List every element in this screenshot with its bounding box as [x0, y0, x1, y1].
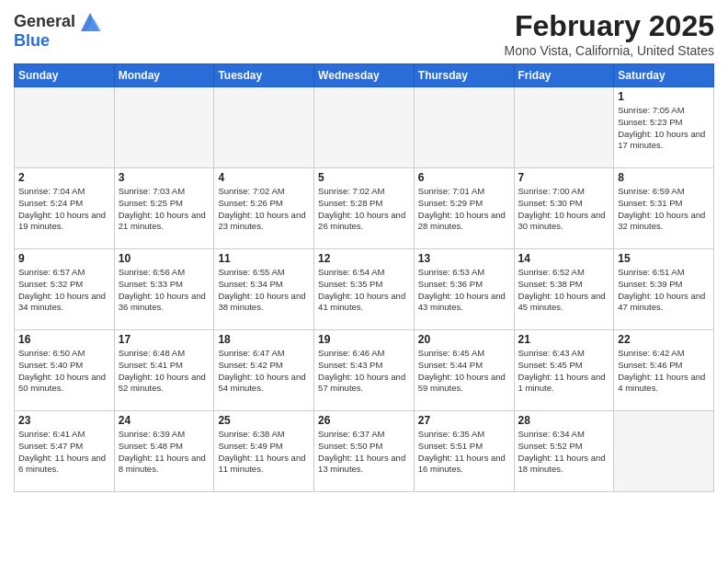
calendar-cell: 24Sunrise: 6:39 AM Sunset: 5:48 PM Dayli…: [114, 411, 214, 492]
day-number: 6: [418, 171, 510, 184]
day-number: 12: [318, 252, 410, 265]
cell-info: Sunrise: 7:02 AM Sunset: 5:28 PM Dayligh…: [318, 186, 410, 233]
cell-info: Sunrise: 6:50 AM Sunset: 5:40 PM Dayligh…: [18, 348, 110, 395]
page: General Blue February 2025 Mono Vista, C…: [0, 0, 728, 563]
cell-info: Sunrise: 6:53 AM Sunset: 5:36 PM Dayligh…: [418, 267, 510, 314]
day-number: 26: [318, 414, 410, 427]
day-number: 22: [618, 333, 710, 346]
calendar-week-3: 9Sunrise: 6:57 AM Sunset: 5:32 PM Daylig…: [15, 249, 714, 330]
calendar-cell: [414, 87, 514, 168]
cell-info: Sunrise: 6:52 AM Sunset: 5:38 PM Dayligh…: [518, 267, 610, 314]
calendar-cell: 12Sunrise: 6:54 AM Sunset: 5:35 PM Dayli…: [314, 249, 415, 330]
day-number: 5: [318, 171, 410, 184]
calendar-cell: 17Sunrise: 6:48 AM Sunset: 5:41 PM Dayli…: [114, 330, 214, 411]
cell-info: Sunrise: 6:57 AM Sunset: 5:32 PM Dayligh…: [18, 267, 110, 314]
day-number: 10: [119, 252, 210, 265]
day-number: 7: [518, 171, 610, 184]
cell-info: Sunrise: 6:39 AM Sunset: 5:48 PM Dayligh…: [119, 429, 210, 476]
calendar-week-4: 16Sunrise: 6:50 AM Sunset: 5:40 PM Dayli…: [15, 330, 714, 411]
calendar-cell: 15Sunrise: 6:51 AM Sunset: 5:39 PM Dayli…: [614, 249, 714, 330]
day-number: 19: [318, 333, 410, 346]
cell-info: Sunrise: 7:03 AM Sunset: 5:25 PM Dayligh…: [119, 186, 210, 233]
cell-info: Sunrise: 6:51 AM Sunset: 5:39 PM Dayligh…: [618, 267, 710, 314]
calendar-header-wednesday: Wednesday: [314, 64, 415, 87]
cell-info: Sunrise: 7:04 AM Sunset: 5:24 PM Dayligh…: [18, 186, 110, 233]
calendar-cell: 22Sunrise: 6:42 AM Sunset: 5:46 PM Dayli…: [614, 330, 714, 411]
day-number: 27: [418, 414, 510, 427]
calendar-header-thursday: Thursday: [414, 64, 514, 87]
logo: General Blue: [14, 9, 103, 51]
cell-info: Sunrise: 6:41 AM Sunset: 5:47 PM Dayligh…: [18, 429, 110, 476]
cell-info: Sunrise: 6:43 AM Sunset: 5:45 PM Dayligh…: [518, 348, 610, 395]
calendar-cell: 11Sunrise: 6:55 AM Sunset: 5:34 PM Dayli…: [214, 249, 314, 330]
calendar-cell: 21Sunrise: 6:43 AM Sunset: 5:45 PM Dayli…: [514, 330, 614, 411]
day-number: 9: [18, 252, 110, 265]
day-number: 8: [618, 171, 710, 184]
calendar-header-monday: Monday: [114, 64, 214, 87]
calendar-cell: 23Sunrise: 6:41 AM Sunset: 5:47 PM Dayli…: [15, 411, 115, 492]
calendar-cell: 9Sunrise: 6:57 AM Sunset: 5:32 PM Daylig…: [15, 249, 115, 330]
cell-info: Sunrise: 6:48 AM Sunset: 5:41 PM Dayligh…: [119, 348, 210, 395]
day-number: 16: [18, 333, 110, 346]
calendar-header-sunday: Sunday: [15, 64, 115, 87]
calendar-cell: 5Sunrise: 7:02 AM Sunset: 5:28 PM Daylig…: [314, 168, 415, 249]
cell-info: Sunrise: 6:38 AM Sunset: 5:49 PM Dayligh…: [218, 429, 310, 476]
day-number: 21: [518, 333, 610, 346]
calendar-cell: 27Sunrise: 6:35 AM Sunset: 5:51 PM Dayli…: [414, 411, 514, 492]
cell-info: Sunrise: 6:34 AM Sunset: 5:52 PM Dayligh…: [518, 429, 610, 476]
day-number: 25: [218, 414, 310, 427]
calendar-cell: [314, 87, 415, 168]
cell-info: Sunrise: 6:54 AM Sunset: 5:35 PM Dayligh…: [318, 267, 410, 314]
calendar-cell: 20Sunrise: 6:45 AM Sunset: 5:44 PM Dayli…: [414, 330, 514, 411]
calendar-cell: 26Sunrise: 6:37 AM Sunset: 5:50 PM Dayli…: [314, 411, 415, 492]
day-number: 17: [119, 333, 210, 346]
cell-info: Sunrise: 6:56 AM Sunset: 5:33 PM Dayligh…: [119, 267, 210, 314]
cell-info: Sunrise: 6:37 AM Sunset: 5:50 PM Dayligh…: [318, 429, 410, 476]
calendar-week-5: 23Sunrise: 6:41 AM Sunset: 5:47 PM Dayli…: [15, 411, 714, 492]
calendar-cell: 19Sunrise: 6:46 AM Sunset: 5:43 PM Dayli…: [314, 330, 415, 411]
month-title: February 2025: [504, 9, 714, 43]
day-number: 18: [218, 333, 310, 346]
day-number: 14: [518, 252, 610, 265]
cell-info: Sunrise: 6:42 AM Sunset: 5:46 PM Dayligh…: [618, 348, 710, 395]
calendar-header-tuesday: Tuesday: [214, 64, 314, 87]
calendar-header-saturday: Saturday: [614, 64, 714, 87]
day-number: 11: [218, 252, 310, 265]
cell-info: Sunrise: 6:55 AM Sunset: 5:34 PM Dayligh…: [218, 267, 310, 314]
cell-info: Sunrise: 6:45 AM Sunset: 5:44 PM Dayligh…: [418, 348, 510, 395]
calendar-cell: 2Sunrise: 7:04 AM Sunset: 5:24 PM Daylig…: [15, 168, 115, 249]
day-number: 28: [518, 414, 610, 427]
day-number: 2: [18, 171, 110, 184]
calendar-cell: 18Sunrise: 6:47 AM Sunset: 5:42 PM Dayli…: [214, 330, 314, 411]
calendar-cell: [214, 87, 314, 168]
logo-icon: [77, 9, 103, 35]
day-number: 15: [618, 252, 710, 265]
calendar-cell: [114, 87, 214, 168]
calendar-cell: 8Sunrise: 6:59 AM Sunset: 5:31 PM Daylig…: [614, 168, 714, 249]
calendar-header-row: SundayMondayTuesdayWednesdayThursdayFrid…: [15, 64, 714, 87]
logo-general-text: General: [14, 12, 75, 30]
day-number: 3: [119, 171, 210, 184]
title-block: February 2025 Mono Vista, California, Un…: [504, 9, 714, 58]
cell-info: Sunrise: 7:02 AM Sunset: 5:26 PM Dayligh…: [218, 186, 310, 233]
cell-info: Sunrise: 7:01 AM Sunset: 5:29 PM Dayligh…: [418, 186, 510, 233]
calendar-cell: [614, 411, 714, 492]
cell-info: Sunrise: 6:35 AM Sunset: 5:51 PM Dayligh…: [418, 429, 510, 476]
calendar-cell: 6Sunrise: 7:01 AM Sunset: 5:29 PM Daylig…: [414, 168, 514, 249]
calendar-header-friday: Friday: [514, 64, 614, 87]
day-number: 13: [418, 252, 510, 265]
calendar-week-1: 1Sunrise: 7:05 AM Sunset: 5:23 PM Daylig…: [15, 87, 714, 168]
calendar-cell: [514, 87, 614, 168]
cell-info: Sunrise: 6:46 AM Sunset: 5:43 PM Dayligh…: [318, 348, 410, 395]
calendar-cell: 4Sunrise: 7:02 AM Sunset: 5:26 PM Daylig…: [214, 168, 314, 249]
day-number: 1: [618, 90, 710, 103]
day-number: 20: [418, 333, 510, 346]
cell-info: Sunrise: 7:05 AM Sunset: 5:23 PM Dayligh…: [618, 105, 710, 152]
calendar-cell: 25Sunrise: 6:38 AM Sunset: 5:49 PM Dayli…: [214, 411, 314, 492]
calendar-cell: 28Sunrise: 6:34 AM Sunset: 5:52 PM Dayli…: [514, 411, 614, 492]
calendar-cell: 3Sunrise: 7:03 AM Sunset: 5:25 PM Daylig…: [114, 168, 214, 249]
calendar-cell: 10Sunrise: 6:56 AM Sunset: 5:33 PM Dayli…: [114, 249, 214, 330]
calendar-cell: [15, 87, 115, 168]
calendar-cell: 7Sunrise: 7:00 AM Sunset: 5:30 PM Daylig…: [514, 168, 614, 249]
calendar-cell: 16Sunrise: 6:50 AM Sunset: 5:40 PM Dayli…: [15, 330, 115, 411]
